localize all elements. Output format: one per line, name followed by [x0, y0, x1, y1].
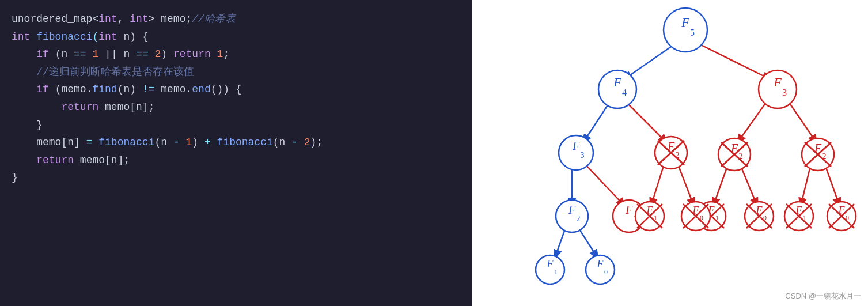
code-line-9: return memo[n];: [12, 152, 461, 169]
svg-line-3: [625, 101, 667, 143]
tree-diagram: F 5 F 4 F 3 F 3 F 2 F 2 F 1 F 1 F: [472, 0, 868, 306]
svg-line-0: [624, 41, 679, 80]
svg-text:3: 3: [581, 151, 585, 160]
svg-line-7: [578, 228, 598, 258]
svg-text:F: F: [625, 203, 633, 216]
svg-text:F: F: [547, 258, 554, 270]
code-line-8: memo[n] = fibonacci(n - 1) + fibonacci(n…: [12, 134, 461, 152]
svg-line-6: [555, 228, 566, 258]
svg-line-2: [583, 101, 611, 143]
svg-text:F: F: [773, 75, 782, 89]
code-panel: unordered_map<int, int> memo;//哈希表 int f…: [0, 0, 472, 306]
code-line-3: if (n == 1 || n == 2) return 1;: [12, 46, 461, 63]
svg-line-1: [694, 41, 771, 80]
svg-text:5: 5: [690, 28, 695, 37]
code-line-10: }: [12, 169, 461, 187]
svg-line-10: [713, 166, 727, 206]
svg-text:F: F: [597, 258, 604, 270]
svg-text:3: 3: [782, 88, 787, 97]
code-line-4: //递归前判断哈希表是否存在该值: [12, 63, 461, 81]
svg-line-5: [585, 164, 625, 206]
watermark: CSDN @一镜花水月一: [785, 291, 861, 301]
svg-text:F: F: [681, 15, 689, 29]
svg-line-9: [788, 101, 817, 143]
svg-line-13: [825, 166, 840, 206]
svg-text:2: 2: [577, 214, 581, 223]
svg-line-12: [801, 166, 810, 206]
svg-text:0: 0: [604, 268, 608, 276]
svg-text:1: 1: [554, 268, 558, 276]
code-line-6: return memo[n];: [12, 99, 461, 116]
svg-line-14: [651, 166, 664, 206]
svg-line-8: [737, 101, 767, 143]
code-line-1: unordered_map<int, int> memo;//哈希表: [12, 10, 461, 28]
diagram-panel: F 5 F 4 F 3 F 3 F 2 F 2 F 1 F 1 F: [472, 0, 868, 306]
svg-text:F: F: [568, 203, 576, 216]
code-line-2: int fibonacci(int n) {: [12, 28, 461, 46]
svg-text:F: F: [572, 139, 580, 152]
svg-text:F: F: [613, 75, 621, 89]
svg-line-15: [679, 166, 694, 206]
svg-text:4: 4: [622, 88, 627, 97]
code-line-7: }: [12, 116, 461, 134]
code-line-5: if (memo.find(n) != memo.end()) {: [12, 81, 461, 99]
svg-line-11: [741, 166, 757, 206]
